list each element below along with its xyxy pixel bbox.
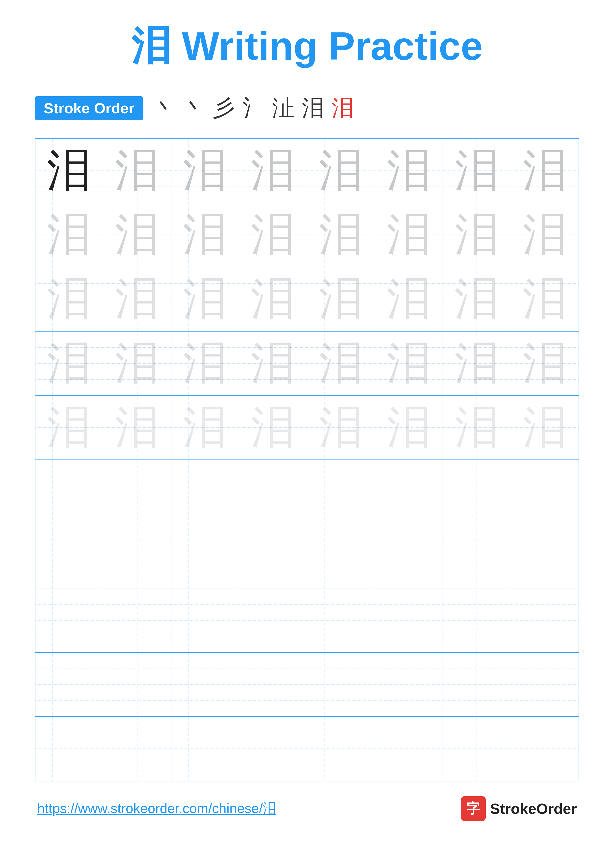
grid-cell-r6-c4[interactable]: [239, 460, 307, 524]
title-area: 泪 Writing Practice: [35, 20, 579, 73]
grid-cell-r2-c5[interactable]: 泪: [307, 203, 375, 267]
grid-cell-r4-c3[interactable]: 泪: [171, 331, 239, 396]
grid-cell-r7-c8[interactable]: [511, 524, 579, 588]
grid-cell-r8-c3[interactable]: [171, 588, 239, 653]
grid-cell-r6-c6[interactable]: [375, 460, 443, 524]
grid-cell-r2-c3[interactable]: 泪: [171, 203, 239, 267]
grid-cell-r10-c2[interactable]: [103, 716, 171, 781]
stroke-3: 彡: [213, 93, 235, 123]
grid-cell-r9-c3[interactable]: [171, 653, 239, 717]
grid-cell-r6-c7[interactable]: [443, 460, 511, 524]
footer-url[interactable]: https://www.strokeorder.com/chinese/泪: [37, 800, 277, 818]
grid-cell-r1-c5[interactable]: 泪: [307, 139, 375, 203]
char-r4-c4: 泪: [251, 341, 295, 386]
char-r2-c4: 泪: [251, 212, 295, 257]
grid-cell-r4-c8[interactable]: 泪: [511, 331, 579, 396]
grid-cell-r2-c8[interactable]: 泪: [511, 203, 579, 267]
grid-cell-r9-c4[interactable]: [239, 653, 307, 717]
grid-cell-r10-c3[interactable]: [171, 716, 239, 781]
grid-cell-r3-c8[interactable]: 泪: [511, 267, 579, 331]
grid-cell-r6-c2[interactable]: [103, 460, 171, 524]
grid-cell-r7-c5[interactable]: [307, 524, 375, 588]
grid-cell-r1-c1[interactable]: 泪: [35, 139, 103, 203]
practice-grid: 泪 泪 泪 泪 泪 泪 泪 泪: [35, 138, 579, 781]
grid-cell-r4-c2[interactable]: 泪: [103, 331, 171, 396]
grid-cell-r3-c2[interactable]: 泪: [103, 267, 171, 331]
grid-cell-r7-c1[interactable]: [35, 524, 103, 588]
grid-cell-r2-c4[interactable]: 泪: [239, 203, 307, 267]
grid-cell-r4-c1[interactable]: 泪: [35, 331, 103, 396]
grid-cell-r7-c6[interactable]: [375, 524, 443, 588]
char-r3-c1: 泪: [47, 277, 92, 321]
grid-cell-r5-c5[interactable]: 泪: [307, 395, 375, 460]
grid-cell-r5-c7[interactable]: 泪: [443, 395, 511, 460]
grid-cell-r10-c8[interactable]: [511, 716, 579, 781]
grid-cell-r8-c2[interactable]: [103, 588, 171, 653]
grid-cell-r8-c8[interactable]: [511, 588, 579, 653]
grid-cell-r9-c8[interactable]: [511, 653, 579, 717]
char-r1-c1: 泪: [47, 149, 92, 193]
grid-cell-r6-c1[interactable]: [35, 460, 103, 524]
char-r5-c6: 泪: [387, 405, 431, 450]
char-r4-c2: 泪: [115, 341, 160, 386]
grid-cell-r1-c7[interactable]: 泪: [443, 139, 511, 203]
grid-cell-r5-c3[interactable]: 泪: [171, 395, 239, 460]
grid-cell-r5-c2[interactable]: 泪: [103, 395, 171, 460]
char-r2-c6: 泪: [387, 212, 431, 257]
grid-cell-r7-c3[interactable]: [171, 524, 239, 588]
grid-cell-r2-c7[interactable]: 泪: [443, 203, 511, 267]
grid-cell-r9-c5[interactable]: [307, 653, 375, 717]
grid-cell-r3-c4[interactable]: 泪: [239, 267, 307, 331]
grid-cell-r3-c3[interactable]: 泪: [171, 267, 239, 331]
grid-cell-r10-c5[interactable]: [307, 716, 375, 781]
grid-cell-r3-c1[interactable]: 泪: [35, 267, 103, 331]
grid-cell-r10-c4[interactable]: [239, 716, 307, 781]
grid-cell-r9-c2[interactable]: [103, 653, 171, 717]
grid-cell-r4-c4[interactable]: 泪: [239, 331, 307, 396]
grid-cell-r8-c1[interactable]: [35, 588, 103, 653]
grid-cell-r2-c6[interactable]: 泪: [375, 203, 443, 267]
grid-cell-r4-c7[interactable]: 泪: [443, 331, 511, 396]
grid-cell-r7-c2[interactable]: [103, 524, 171, 588]
grid-cell-r8-c6[interactable]: [375, 588, 443, 653]
grid-cell-r10-c1[interactable]: [35, 716, 103, 781]
grid-cell-r6-c8[interactable]: [511, 460, 579, 524]
char-r4-c6: 泪: [387, 341, 431, 386]
char-r2-c8: 泪: [522, 212, 567, 257]
grid-cell-r1-c8[interactable]: 泪: [511, 139, 579, 203]
grid-cell-r1-c3[interactable]: 泪: [171, 139, 239, 203]
grid-cell-r9-c6[interactable]: [375, 653, 443, 717]
grid-cell-r9-c1[interactable]: [35, 653, 103, 717]
grid-cell-r4-c6[interactable]: 泪: [375, 331, 443, 396]
grid-cell-r3-c7[interactable]: 泪: [443, 267, 511, 331]
grid-cell-r1-c2[interactable]: 泪: [103, 139, 171, 203]
grid-cell-r7-c7[interactable]: [443, 524, 511, 588]
grid-cell-r9-c7[interactable]: [443, 653, 511, 717]
grid-cell-r10-c7[interactable]: [443, 716, 511, 781]
grid-cell-r2-c1[interactable]: 泪: [35, 203, 103, 267]
grid-cell-r5-c8[interactable]: 泪: [511, 395, 579, 460]
grid-cell-r5-c1[interactable]: 泪: [35, 395, 103, 460]
grid-cell-r4-c5[interactable]: 泪: [307, 331, 375, 396]
grid-cell-r8-c7[interactable]: [443, 588, 511, 653]
char-r1-c7: 泪: [454, 149, 499, 193]
grid-cell-r1-c6[interactable]: 泪: [375, 139, 443, 203]
grid-cell-r1-c4[interactable]: 泪: [239, 139, 307, 203]
grid-cell-r8-c5[interactable]: [307, 588, 375, 653]
char-r4-c3: 泪: [183, 341, 227, 386]
char-r5-c1: 泪: [47, 405, 92, 450]
page-title: 泪 Writing Practice: [131, 24, 483, 68]
grid-cell-r6-c3[interactable]: [171, 460, 239, 524]
char-r1-c6: 泪: [387, 149, 431, 193]
grid-cell-r3-c5[interactable]: 泪: [307, 267, 375, 331]
grid-cell-r2-c2[interactable]: 泪: [103, 203, 171, 267]
grid-cell-r10-c6[interactable]: [375, 716, 443, 781]
char-r2-c2: 泪: [115, 212, 160, 257]
grid-cell-r7-c4[interactable]: [239, 524, 307, 588]
grid-cell-r3-c6[interactable]: 泪: [375, 267, 443, 331]
grid-cell-r5-c6[interactable]: 泪: [375, 395, 443, 460]
title-english: Writing Practice: [182, 24, 483, 68]
grid-cell-r6-c5[interactable]: [307, 460, 375, 524]
grid-cell-r5-c4[interactable]: 泪: [239, 395, 307, 460]
grid-cell-r8-c4[interactable]: [239, 588, 307, 653]
